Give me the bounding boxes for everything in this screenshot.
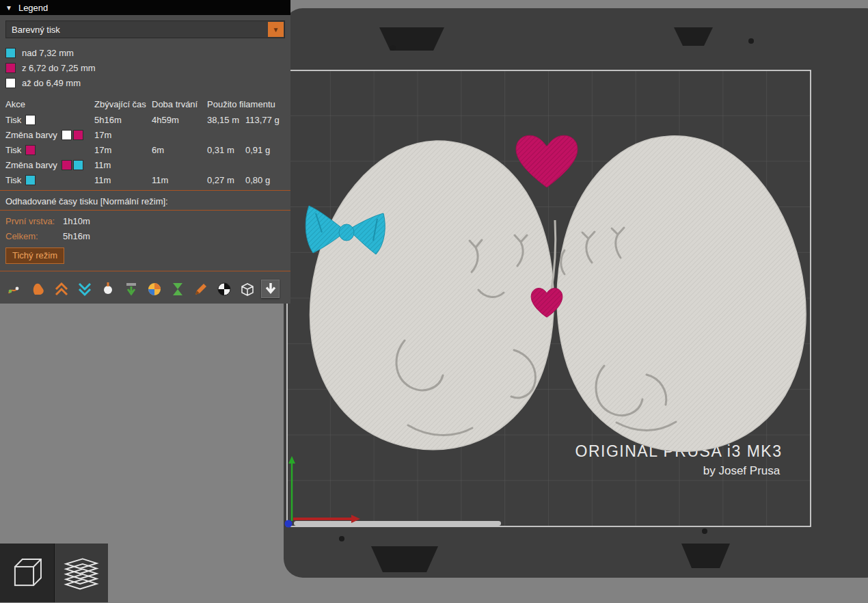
bed-sheet-edge — [294, 521, 501, 526]
bed-brand-subtitle: by Josef Prusa — [703, 464, 781, 477]
table-cell: 0,31 m — [207, 142, 245, 157]
col-header-remaining: Zbývající čas — [94, 96, 152, 112]
axis-y-blue-dot — [285, 520, 293, 528]
table-cell: 0,80 g — [245, 172, 285, 187]
seams-icon[interactable] — [98, 280, 117, 298]
legend-panel: ▼ Legend Barevný tisk ▼ nad 7,32 mm z 6,… — [0, 0, 290, 304]
table-row-action: Tisk — [5, 172, 94, 187]
preview-toolbar — [5, 280, 285, 298]
table-row-action: Tisk — [5, 112, 94, 127]
table-cell — [245, 127, 285, 142]
view-preview-layers-button[interactable] — [54, 544, 108, 602]
table-cell: 38,15 m — [207, 112, 245, 127]
estimate-total: Celkem: 5h16m — [5, 228, 285, 243]
action-swatch — [25, 145, 36, 155]
table-cell: 11m — [152, 172, 207, 187]
range-row: z 6,72 do 7,25 mm — [5, 60, 285, 75]
view-mode-switcher — [0, 544, 108, 602]
table-cell: 0,91 g — [245, 142, 285, 157]
table-cell: 17m — [94, 142, 152, 157]
range-row: až do 6,49 mm — [5, 75, 285, 90]
action-swatch — [25, 175, 36, 185]
range-label: až do 6,49 mm — [22, 78, 81, 88]
action-swatch — [25, 115, 36, 125]
collapse-triangle-icon[interactable]: ▼ — [5, 4, 12, 12]
retractions-icon[interactable] — [52, 280, 70, 298]
first-layer-value: 1h10m — [63, 216, 90, 226]
first-layer-label: První vrstva: — [5, 216, 63, 226]
deretractions-icon[interactable] — [75, 280, 94, 298]
range-label: nad 7,32 mm — [22, 48, 74, 58]
action-swatch — [62, 160, 72, 170]
separator — [0, 210, 290, 211]
view-type-dropdown[interactable]: Barevný tisk ▼ — [5, 21, 285, 38]
table-cell: 6m — [152, 142, 207, 157]
legend-title: Legend — [18, 3, 48, 13]
col-header-duration: Doba trvání — [152, 96, 207, 112]
center-of-gravity-icon[interactable] — [215, 280, 233, 298]
range-swatch-cyan — [5, 48, 16, 58]
estimate-first-layer: První vrstva: 1h10m — [5, 213, 285, 228]
col-header-action: Akce — [5, 96, 94, 112]
table-cell — [152, 127, 207, 142]
table-cell: 11m — [94, 157, 152, 172]
col-header-filament: Použito filamentu — [207, 96, 285, 112]
view-3d-editor-button[interactable] — [0, 544, 54, 602]
total-value: 5h16m — [63, 231, 90, 241]
separator — [0, 190, 290, 191]
table-cell — [207, 127, 245, 142]
separator — [0, 271, 290, 271]
custom-gcode-icon[interactable] — [191, 280, 210, 298]
table-cell: 17m — [94, 127, 152, 142]
table-cell — [152, 157, 207, 172]
table-cell — [245, 157, 285, 172]
table-row-action: Změna barvy — [5, 157, 94, 172]
table-cell: 4h59m — [152, 112, 207, 127]
tool-marker-icon[interactable] — [261, 280, 280, 298]
action-swatch — [62, 130, 72, 140]
action-swatch — [73, 160, 83, 170]
total-label: Celkem: — [5, 231, 63, 241]
view-type-value: Barevný tisk — [12, 25, 60, 35]
table-row-action: Změna barvy — [5, 127, 94, 142]
shells-icon[interactable] — [238, 280, 256, 298]
table-row-action: Tisk — [5, 142, 94, 157]
table-cell: 11m — [94, 172, 152, 187]
range-swatch-white — [5, 78, 16, 88]
legend-header[interactable]: ▼ Legend — [0, 0, 290, 15]
table-cell: 0,27 m — [207, 172, 245, 187]
estimates-heading: Odhadované časy tisku [Normální režim]: — [5, 193, 285, 209]
table-cell: 113,77 g — [245, 112, 285, 127]
print-actions-table: Akce Zbývající čas Doba trvání Použito f… — [5, 96, 285, 187]
silent-mode-button[interactable]: Tichý režim — [5, 247, 64, 264]
layers-icon — [61, 552, 102, 593]
table-cell — [207, 157, 245, 172]
feature-types-icon[interactable] — [5, 280, 24, 298]
legend-body: Barevný tisk ▼ nad 7,32 mm z 6,72 do 7,2… — [0, 15, 290, 304]
range-label: z 6,72 do 7,25 mm — [22, 63, 96, 73]
range-swatch-magenta — [5, 63, 16, 73]
dropdown-arrow-button[interactable]: ▼ — [268, 22, 284, 37]
range-row: nad 7,32 mm — [5, 45, 285, 60]
action-swatch — [73, 130, 83, 140]
table-cell: 5h16m — [94, 112, 152, 127]
pause-prints-icon[interactable] — [168, 280, 187, 298]
color-changes-icon[interactable] — [145, 280, 163, 298]
print-head-icon[interactable] — [122, 280, 140, 298]
cube-icon — [8, 553, 47, 593]
travels-icon[interactable] — [29, 280, 47, 298]
